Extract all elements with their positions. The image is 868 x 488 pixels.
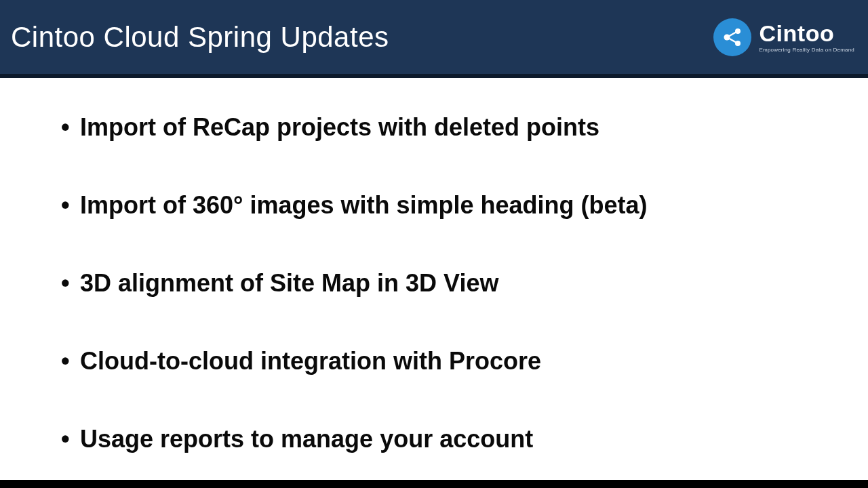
list-item: 3D alignment of Site Map in 3D View [61,268,821,298]
brand-logo: Cintoo Empowering Reality Data on Demand [713,18,854,56]
bullet-list: Import of ReCap projects with deleted po… [61,112,821,454]
brand-tagline: Empowering Reality Data on Demand [760,47,854,53]
list-item: Import of 360° images with simple headin… [61,190,821,220]
list-item: Usage reports to manage your account [61,424,821,454]
footer-bar [0,480,868,488]
slide-header: Cintoo Cloud Spring Updates Cintoo Empow… [0,0,868,78]
share-network-icon [713,18,751,56]
svg-line-4 [727,37,738,43]
svg-line-3 [727,31,738,37]
brand-name: Cintoo [760,22,854,45]
slide-title: Cintoo Cloud Spring Updates [11,21,389,54]
brand-text: Cintoo Empowering Reality Data on Demand [760,22,854,53]
list-item: Import of ReCap projects with deleted po… [61,112,821,142]
slide-body: Import of ReCap projects with deleted po… [0,78,868,480]
slide: Cintoo Cloud Spring Updates Cintoo Empow… [0,0,868,488]
list-item: Cloud-to-cloud integration with Procore [61,346,821,376]
